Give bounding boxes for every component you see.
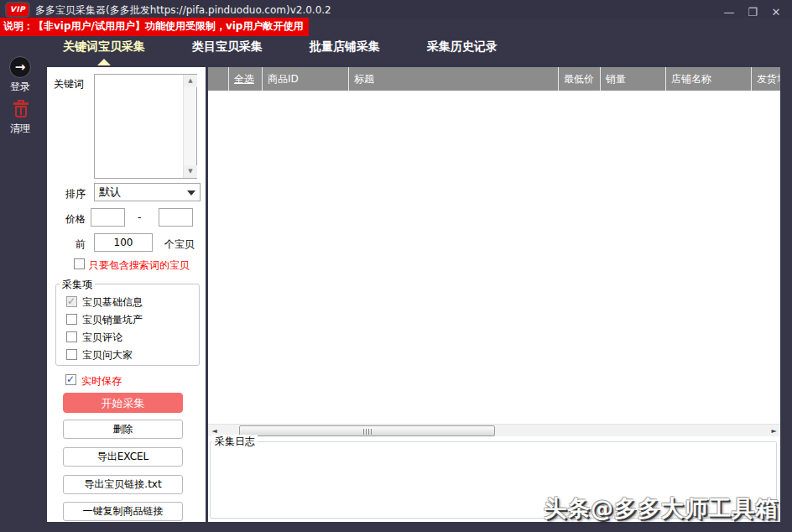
tab-keyword-collect[interactable]: 关键词宝贝采集 [63,34,145,67]
tab-category-collect[interactable]: 类目宝贝采集 [192,34,263,67]
scrollbar-thumb[interactable] [239,425,495,436]
search-form-panel: 关键词 ▲ ▼ 排序 默认 价格 - 前 个宝贝 只要包含搜索词的宝贝 采集项 … [47,67,206,522]
tab-bar: 关键词宝贝采集 类目宝贝采集 批量店铺采集 采集历史记录 [0,34,792,67]
sort-select[interactable]: 默认 [94,183,201,201]
vip-badge-icon: VIP [7,3,29,16]
col-product-id: 商品ID [262,67,348,91]
results-table-header: 全选 商品ID 标题 最低价 销量 店铺名称 发货地 [208,67,780,91]
qa-checkbox[interactable] [66,349,77,360]
tab-batch-shop-collect[interactable]: 批量店铺采集 [310,34,380,67]
login-arrow-icon[interactable]: → [9,56,31,78]
textarea-scrollbar[interactable]: ▲ ▼ [183,75,196,178]
delete-button[interactable]: 删除 [63,420,183,439]
scroll-right-icon[interactable]: ► [768,425,780,437]
scrollbar-grip-icon [363,429,372,435]
top-label: 前 [76,237,86,252]
window-controls: — ❐ ✕ [723,7,782,18]
only-contains-label: 只要包含搜索词的宝贝 [89,258,190,273]
col-shop-name: 店铺名称 [665,67,751,91]
title-bar: VIP 多多宝贝采集器(多多批发https://pifa.pinduoduo.c… [0,0,792,18]
scroll-up-icon[interactable]: ▲ [184,75,197,87]
realtime-save-checkbox[interactable] [65,374,76,385]
trash-icon[interactable] [12,100,30,118]
sort-select-value: 默认 [99,185,121,198]
tab-collect-history[interactable]: 采集历史记录 [427,34,498,67]
sidebar: → 登录 清理 [0,52,47,532]
copy-links-button[interactable]: 一键复制商品链接 [63,502,183,521]
clean-label[interactable]: 清理 [0,122,40,136]
export-excel-button[interactable]: 导出EXCEL [63,447,183,467]
collect-log-legend: 采集日志 [212,435,258,449]
price-label: 价格 [65,212,86,227]
price-range-separator: - [138,211,141,223]
collect-options-groupbox: 采集项 宝贝基础信息 宝贝销量坑产 宝贝评论 宝贝问大家 [55,284,200,366]
horizontal-scrollbar[interactable]: ◄ ► [208,424,780,436]
collect-options-legend: 采集项 [60,278,95,292]
minimize-icon[interactable]: — [723,7,735,18]
results-region: 全选 商品ID 标题 最低价 销量 店铺名称 发货地 ◄ ► 采集日志 [208,67,780,522]
col-ship-from: 发货地 [751,67,780,91]
close-icon[interactable]: ✕ [770,7,782,18]
login-label[interactable]: 登录 [0,80,40,94]
price-min-input[interactable] [91,208,125,227]
only-contains-checkbox[interactable] [74,258,85,269]
export-links-button[interactable]: 导出宝贝链接.txt [63,475,183,494]
sales-checkbox[interactable] [66,314,77,325]
col-rownum [208,67,228,91]
scroll-down-icon[interactable]: ▼ [184,165,197,178]
basic-info-checkbox [66,296,77,307]
col-sales: 销量 [600,67,665,91]
col-title: 标题 [348,67,558,91]
maximize-icon[interactable]: ❐ [747,7,758,18]
chevron-down-icon [187,190,195,196]
col-min-price: 最低价 [558,67,600,91]
watermark-text: 头条@多多大师工具箱 [544,493,779,524]
start-collect-button[interactable]: 开始采集 [63,393,183,413]
realtime-save-label: 实时保存 [81,374,122,389]
col-select-all[interactable]: 全选 [228,67,262,91]
keyword-textarea-wrap: ▲ ▼ [94,74,197,179]
window-title: 多多宝贝采集器(多多批发https://pifa.pinduoduo.com)v… [35,3,331,18]
reviews-checkbox[interactable] [66,331,77,342]
keyword-textarea[interactable] [95,75,182,178]
keyword-label: 关键词 [54,77,84,91]
results-table-body [208,91,780,424]
price-max-input[interactable] [159,208,193,227]
top-suffix-label: 个宝贝 [164,237,195,252]
sort-label: 排序 [65,187,86,201]
top-count-input[interactable] [94,233,153,252]
